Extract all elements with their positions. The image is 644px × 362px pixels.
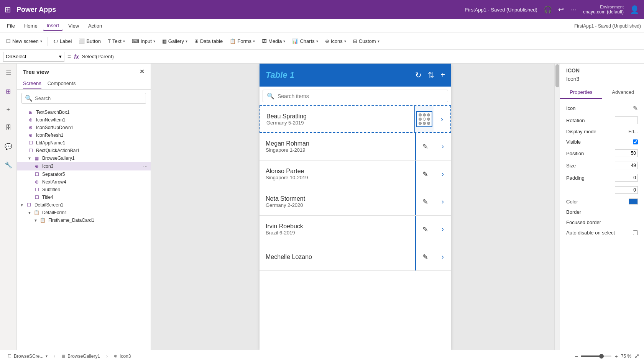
prop-visible: Visible bbox=[560, 137, 644, 147]
gallery-item[interactable]: Megan Rohman Singapore 1-2019 ✎ › bbox=[260, 133, 451, 161]
zoom-out-button[interactable]: − bbox=[575, 353, 578, 359]
menu-toggle-icon[interactable]: ☰ bbox=[2, 67, 15, 79]
add-item-icon[interactable]: + bbox=[440, 70, 445, 80]
formula-input[interactable] bbox=[82, 52, 641, 62]
chevron-down-icon: ▾ bbox=[153, 39, 155, 43]
tab-properties[interactable]: Properties bbox=[560, 86, 602, 99]
gallery-next-arrow[interactable]: › bbox=[434, 161, 451, 188]
gallery-edit-column[interactable]: ✎ bbox=[415, 216, 434, 243]
tree-item-icon3[interactable]: ⊕ Icon3 ··· bbox=[17, 162, 151, 170]
tree-item-separator5[interactable]: ☐ Separator5 bbox=[17, 170, 151, 178]
gallery-edit-column[interactable]: ✎ bbox=[415, 188, 434, 215]
add-icon[interactable]: + bbox=[2, 103, 15, 116]
gallery-next-arrow[interactable]: › bbox=[434, 243, 451, 270]
search-input[interactable] bbox=[278, 93, 444, 99]
account-icon[interactable]: 👤 bbox=[630, 5, 639, 14]
custom-button[interactable]: ⊟ Custom ▾ bbox=[350, 37, 383, 46]
label-button[interactable]: 🏷 Label bbox=[50, 37, 75, 46]
prop-color: Color bbox=[560, 196, 644, 207]
gallery-button[interactable]: ▦ Gallery ▾ bbox=[159, 37, 191, 46]
tree-item-rectquickactionbar1[interactable]: ☐ RectQuickActionBar1 bbox=[17, 147, 151, 154]
prop-position-input[interactable] bbox=[615, 149, 638, 157]
gallery-next-arrow[interactable]: › bbox=[434, 133, 451, 160]
breadcrumb-gallery[interactable]: ▦ BrowseGallery1 bbox=[58, 352, 103, 360]
tree-item-firstname-datacard1[interactable]: ▼ 📋 FirstName_DataCard1 bbox=[17, 216, 151, 224]
gallery-edit-column[interactable]: ✎ bbox=[415, 243, 434, 270]
canvas-scrollbar[interactable] bbox=[554, 64, 560, 350]
tree-item-subtitle4[interactable]: ☐ Subtitle4 bbox=[17, 186, 151, 193]
prop-size-input[interactable] bbox=[615, 162, 638, 169]
tree-item-iconnewitem1[interactable]: ⊕ IconNewItem1 bbox=[17, 116, 151, 124]
zoom-slider[interactable] bbox=[581, 355, 611, 357]
scrollbar-thumb[interactable] bbox=[555, 64, 559, 87]
tab-components[interactable]: Components bbox=[48, 78, 76, 89]
prop-padding-input[interactable] bbox=[615, 174, 638, 182]
tab-screens[interactable]: Screens bbox=[23, 78, 41, 89]
gallery-edit-column[interactable] bbox=[414, 106, 434, 132]
zoom-in-button[interactable]: + bbox=[614, 353, 618, 359]
tree-item-iconrefresh1[interactable]: ⊕ IconRefresh1 bbox=[17, 131, 151, 139]
menu-home[interactable]: Home bbox=[20, 21, 41, 30]
tree-item-nextarrow4[interactable]: ⊕ NextArrow4 bbox=[17, 178, 151, 186]
prop-rotation-input[interactable] bbox=[615, 116, 638, 124]
breadcrumb-browse-screen[interactable]: ☐ BrowseSCre... ▾ bbox=[5, 352, 51, 360]
tree-item-iconsortupdown1[interactable]: ⊕ IconSortUpDown1 bbox=[17, 124, 151, 131]
prop-displaymode-value[interactable]: Ed... bbox=[628, 129, 638, 134]
app-search-bar: 🔍 bbox=[263, 90, 448, 102]
menu-action[interactable]: Action bbox=[84, 21, 106, 30]
chevron-down-icon: ▾ bbox=[253, 39, 255, 43]
zoom-slider-thumb[interactable] bbox=[599, 354, 604, 359]
fullscreen-button[interactable]: ⤢ bbox=[634, 352, 639, 360]
gallery-item[interactable]: Alonso Partee Singapore 10-2019 ✎ › bbox=[260, 161, 451, 188]
prop-border: Border bbox=[560, 207, 644, 217]
prop-color-swatch[interactable] bbox=[629, 198, 638, 205]
database-icon[interactable]: 🗄 bbox=[2, 122, 15, 134]
gallery-item[interactable]: Neta Storment Germany 2-2020 ✎ › bbox=[260, 188, 451, 216]
menu-insert[interactable]: Insert bbox=[43, 21, 63, 31]
more-options-icon[interactable]: ··· bbox=[143, 163, 148, 169]
icons-button[interactable]: ⊕ Icons ▾ bbox=[322, 37, 349, 46]
support-icon[interactable]: 🎧 bbox=[544, 5, 552, 14]
breadcrumb-icon3[interactable]: ⊕ Icon3 bbox=[111, 352, 134, 360]
input-button[interactable]: ⌨ Input ▾ bbox=[129, 37, 158, 46]
sort-icon[interactable]: ⇅ bbox=[428, 70, 434, 80]
gallery-item[interactable]: Irvin Roebuck Brazil 6-2019 ✎ › bbox=[260, 216, 451, 243]
refresh-icon[interactable]: ↻ bbox=[415, 70, 422, 80]
undo-icon[interactable]: ↩ bbox=[558, 5, 564, 14]
gallery-edit-column[interactable]: ✎ bbox=[415, 161, 434, 188]
text-button[interactable]: T Text ▾ bbox=[105, 37, 128, 46]
gallery-item[interactable]: Beau Spratling Germany 5-2019 bbox=[260, 105, 451, 133]
prop-visible-toggle[interactable] bbox=[633, 139, 638, 144]
tree-item-detailscreen1[interactable]: ▼ ☐ DetailScreen1 bbox=[17, 201, 151, 209]
tools-icon[interactable]: 🔧 bbox=[2, 159, 15, 171]
tree-item-title4[interactable]: ☐ Title4 bbox=[17, 193, 151, 201]
gallery-next-arrow[interactable]: › bbox=[434, 188, 451, 215]
charts-button[interactable]: 📊 Charts ▾ bbox=[289, 37, 321, 46]
property-selector[interactable]: OnSelect ▾ bbox=[3, 52, 64, 62]
prop-padding2-input[interactable] bbox=[615, 186, 638, 194]
forms-button[interactable]: 📋 Forms ▾ bbox=[227, 37, 258, 46]
close-icon[interactable]: ✕ bbox=[140, 68, 145, 75]
tree-item-detailform1[interactable]: ▼ 📋 DetailForm1 bbox=[17, 209, 151, 216]
message-icon[interactable]: 💬 bbox=[2, 140, 15, 152]
more-icon[interactable]: ⋯ bbox=[570, 5, 577, 14]
tree-item-textsearchbox1[interactable]: ⊞ TextSearchBox1 bbox=[17, 108, 151, 116]
new-screen-button[interactable]: ☐ New screen ▾ bbox=[3, 37, 45, 46]
gallery-item[interactable]: Mechelle Lozano ✎ › bbox=[260, 243, 451, 271]
tree-item-lblappname1[interactable]: ☐ LblAppName1 bbox=[17, 139, 151, 147]
button-button[interactable]: ⬜ Button bbox=[76, 37, 104, 46]
tree-item-browsegallery1[interactable]: ▼ ▦ BrowseGallery1 bbox=[17, 154, 151, 162]
gallery-edit-column[interactable]: ✎ bbox=[415, 133, 434, 160]
layers-icon[interactable]: ⊞ bbox=[2, 85, 15, 97]
menu-view[interactable]: View bbox=[64, 21, 83, 30]
data-table-button[interactable]: ⊞ Data table bbox=[191, 37, 226, 46]
prop-autodisable-toggle[interactable] bbox=[633, 230, 638, 235]
grid-icon[interactable]: ⊞ bbox=[5, 5, 11, 14]
tree-search-input[interactable] bbox=[35, 95, 143, 101]
gallery-next-arrow[interactable]: › bbox=[434, 216, 451, 243]
tab-advanced[interactable]: Advanced bbox=[602, 86, 644, 99]
menu-file[interactable]: File bbox=[3, 21, 19, 30]
media-button[interactable]: 🖼 Media ▾ bbox=[259, 37, 288, 46]
prop-icon-value[interactable]: ✎ bbox=[633, 105, 638, 112]
gallery-next-arrow[interactable]: › bbox=[434, 106, 450, 132]
